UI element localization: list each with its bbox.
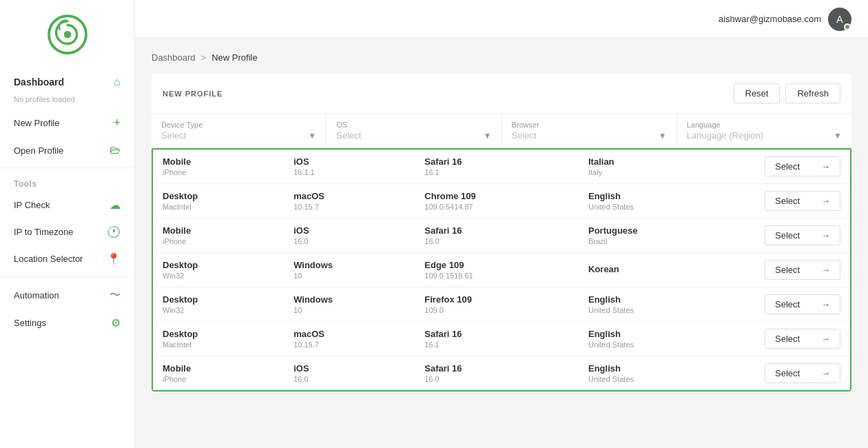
topbar: aishwar@gizmobase.com A <box>135 0 868 39</box>
language-value: Portuguese <box>588 225 730 236</box>
profiles-table: Mobile iPhone iOS 16.1.1 Safari 16 16.1 … <box>152 148 851 391</box>
device-type-cell: Mobile iPhone <box>163 156 293 176</box>
select-button[interactable]: Select → <box>765 363 840 383</box>
os-version-value: 10.15.7 <box>293 203 424 211</box>
os-value: Windows <box>293 294 424 305</box>
device-sub-value: MacIntel <box>163 340 293 349</box>
language-value: Italian <box>588 156 730 167</box>
sidebar-item-ip-to-timezone[interactable]: IP to Timezone 🕐 <box>0 218 134 245</box>
gear-icon: ⚙ <box>111 316 121 329</box>
table-row: Desktop MacIntel macOS 10.15.7 Chrome 10… <box>153 184 850 218</box>
browser-value: Edge 109 <box>424 260 588 270</box>
refresh-button[interactable]: Refresh <box>785 83 840 103</box>
browser-value: Select ▼ <box>512 130 667 141</box>
os-cell: iOS 16.0 <box>293 363 424 383</box>
ip-check-label: IP Check <box>14 200 50 210</box>
sidebar-item-new-profile[interactable]: New Profile + <box>0 109 134 137</box>
os-filter[interactable]: OS Select ▼ <box>327 114 502 147</box>
browser-cell: Edge 109 109.0.1518.61 <box>424 260 588 280</box>
sidebar-item-automation[interactable]: Automation 〜 <box>0 281 134 309</box>
table-row: Mobile iPhone iOS 16.1.1 Safari 16 16.1 … <box>153 150 850 184</box>
device-type-cell: Desktop Win32 <box>163 294 293 314</box>
language-cell: English United States <box>588 191 730 211</box>
add-icon: + <box>113 116 121 130</box>
browser-value: Safari 16 <box>424 156 588 167</box>
browser-cell: Safari 16 16.1 <box>424 156 588 176</box>
browser-placeholder: Select <box>512 130 537 141</box>
select-arrow-icon: → <box>821 334 830 344</box>
action-cell: Select → <box>730 294 840 314</box>
language-filter[interactable]: Language Lanugage (Region) ▼ <box>677 114 851 147</box>
divider <box>0 167 134 168</box>
table-row: Mobile iPhone iOS 16.0 Safari 16 16.0 Po… <box>153 218 850 253</box>
sidebar-item-location-selector[interactable]: Location Selector 📍 <box>0 245 134 272</box>
language-value: Korean <box>588 264 730 274</box>
select-button[interactable]: Select → <box>765 156 840 176</box>
os-version-value: 10 <box>293 306 424 314</box>
table-row: Mobile iPhone iOS 16.0 Safari 16 16.0 En… <box>153 356 850 390</box>
breadcrumb-home[interactable]: Dashboard <box>152 52 196 63</box>
device-type-value: Desktop <box>163 294 293 305</box>
select-button[interactable]: Select → <box>765 260 840 280</box>
select-arrow-icon: → <box>821 196 830 206</box>
browser-version-value: 16.1 <box>424 168 588 176</box>
browser-cell: Safari 16 16.1 <box>424 329 588 349</box>
select-button[interactable]: Select → <box>765 225 840 245</box>
user-email: aishwar@gizmobase.com <box>719 14 821 24</box>
browser-arrow: ▼ <box>659 131 667 141</box>
browser-filter[interactable]: Browser Select ▼ <box>502 114 677 147</box>
device-type-value: Desktop <box>163 260 293 270</box>
os-value: macOS <box>293 191 424 201</box>
os-placeholder: Select <box>336 130 361 141</box>
language-value: English <box>588 329 730 339</box>
browser-version-value: 16.0 <box>424 375 588 383</box>
os-cell: Windows 10 <box>293 260 424 280</box>
device-type-cell: Mobile iPhone <box>163 225 293 245</box>
language-region-value: United States <box>588 306 730 314</box>
folder-icon: 🗁 <box>110 144 121 156</box>
os-cell: macOS 10.15.7 <box>293 329 424 349</box>
sidebar-item-open-profile[interactable]: Open Profile 🗁 <box>0 137 134 163</box>
select-button[interactable]: Select → <box>765 294 840 314</box>
panel-actions: Reset Refresh <box>734 83 841 103</box>
os-version-value: 16.1.1 <box>293 168 424 176</box>
location-selector-label: Location Selector <box>14 254 83 264</box>
language-cell: English United States <box>588 363 730 383</box>
breadcrumb-separator: > <box>201 52 207 63</box>
select-button[interactable]: Select → <box>765 191 840 211</box>
browser-version-value: 109.0.1518.61 <box>424 272 588 280</box>
location-icon: 📍 <box>107 252 121 265</box>
language-value: Lanugage (Region) ▼ <box>687 130 842 141</box>
select-label: Select <box>775 161 800 172</box>
user-info: aishwar@gizmobase.com A <box>719 8 851 31</box>
action-cell: Select → <box>730 260 840 280</box>
device-type-filter[interactable]: Device Type Select ▼ <box>152 114 327 147</box>
new-profile-label: New Profile <box>14 118 59 128</box>
browser-cell: Firefox 109 109.0 <box>424 294 588 314</box>
sidebar-item-ip-check[interactable]: IP Check ☁ <box>0 192 134 218</box>
divider2 <box>0 276 134 277</box>
home-icon: ⌂ <box>114 76 121 88</box>
browser-version-value: 109.0.5414.87 <box>424 203 588 211</box>
device-type-arrow: ▼ <box>308 131 316 141</box>
action-cell: Select → <box>730 191 840 211</box>
os-value: iOS <box>293 363 424 374</box>
filters-row: Device Type Select ▼ OS Select ▼ Browser <box>152 114 851 148</box>
language-cell: Korean <box>588 264 730 276</box>
sidebar-item-dashboard[interactable]: Dashboard ⌂ <box>0 69 134 95</box>
os-cell: iOS 16.1.1 <box>293 156 424 176</box>
select-label: Select <box>775 299 800 309</box>
select-button[interactable]: Select → <box>765 329 840 349</box>
avatar[interactable]: A <box>828 8 851 31</box>
browser-version-value: 16.1 <box>424 340 588 349</box>
reset-button[interactable]: Reset <box>734 83 781 103</box>
os-version-value: 16.0 <box>293 375 424 383</box>
browser-value: Firefox 109 <box>424 294 588 305</box>
table-row: Desktop Win32 Windows 10 Edge 109 109.0.… <box>153 253 850 287</box>
action-cell: Select → <box>730 363 840 383</box>
no-profiles-label: No profiles loaded <box>0 95 134 109</box>
language-value: English <box>588 294 730 305</box>
logo-area <box>0 14 134 55</box>
main-content: aishwar@gizmobase.com A Dashboard > New … <box>135 0 868 448</box>
sidebar-item-settings[interactable]: Settings ⚙ <box>0 309 134 336</box>
